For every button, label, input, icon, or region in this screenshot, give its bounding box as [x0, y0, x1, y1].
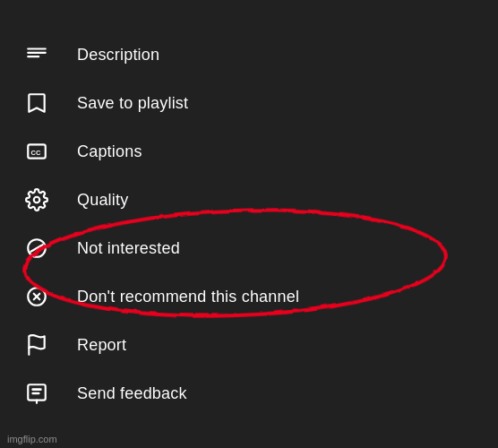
quality-label: Quality [77, 191, 128, 210]
gear-icon [25, 188, 61, 211]
flag-icon [25, 333, 61, 357]
report-label: Report [77, 336, 126, 355]
menu-item-report[interactable]: Report [0, 321, 498, 369]
send-feedback-label: Send feedback [77, 384, 187, 403]
svg-point-5 [34, 197, 40, 203]
feedback-icon [25, 382, 61, 405]
description-label: Description [77, 46, 159, 65]
captions-icon: CC [25, 140, 61, 163]
watermark: imgflip.com [7, 434, 57, 444]
dont-recommend-label: Don't recommend this channel [77, 288, 299, 306]
context-menu: Description Save to playlist CC Captions… [0, 0, 498, 448]
menu-item-not-interested[interactable]: Not interested [0, 224, 498, 272]
menu-item-quality[interactable]: Quality [0, 176, 498, 224]
menu-item-description[interactable]: Description [0, 30, 498, 79]
svg-text:CC: CC [31, 149, 41, 157]
captions-label: Captions [77, 142, 142, 161]
menu-item-save-to-playlist[interactable]: Save to playlist [0, 79, 498, 127]
not-interested-label: Not interested [77, 239, 180, 258]
x-circle-icon [25, 285, 61, 308]
menu-item-send-feedback[interactable]: Send feedback [0, 369, 498, 418]
description-icon [25, 43, 61, 66]
menu-item-captions[interactable]: CC Captions [0, 127, 498, 176]
not-interested-icon [25, 237, 61, 260]
svg-line-7 [30, 245, 42, 252]
save-to-playlist-label: Save to playlist [77, 94, 188, 113]
menu-item-dont-recommend[interactable]: Don't recommend this channel [0, 272, 498, 321]
bookmark-icon [25, 91, 61, 115]
